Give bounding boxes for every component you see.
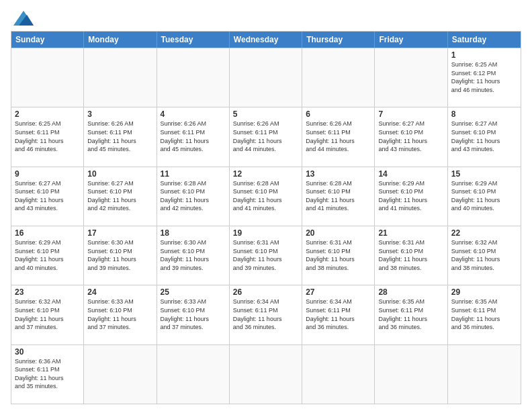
day-info: Sunrise: 6:26 AM Sunset: 6:11 PM Dayligh… (87, 120, 152, 153)
day-cell: 9Sunrise: 6:27 AM Sunset: 6:10 PM Daylig… (11, 167, 84, 226)
weeks: 1Sunrise: 6:25 AM Sunset: 6:12 PM Daylig… (11, 48, 521, 404)
day-info: Sunrise: 6:27 AM Sunset: 6:10 PM Dayligh… (87, 179, 152, 213)
day-number: 23 (15, 287, 80, 297)
day-number: 16 (15, 228, 80, 238)
day-info: Sunrise: 6:31 AM Sunset: 6:10 PM Dayligh… (233, 238, 298, 272)
day-info: Sunrise: 6:32 AM Sunset: 6:10 PM Dayligh… (451, 238, 517, 272)
day-cell: 28Sunrise: 6:35 AM Sunset: 6:11 PM Dayli… (375, 285, 447, 344)
day-number: 19 (233, 228, 298, 238)
week-row: 1Sunrise: 6:25 AM Sunset: 6:12 PM Daylig… (11, 48, 521, 107)
day-cell: 3Sunrise: 6:26 AM Sunset: 6:11 PM Daylig… (84, 107, 157, 166)
day-number: 20 (306, 228, 371, 238)
day-headers: SundayMondayTuesdayWednesdayThursdayFrid… (11, 32, 521, 48)
day-info: Sunrise: 6:31 AM Sunset: 6:10 PM Dayligh… (306, 238, 371, 272)
day-info: Sunrise: 6:30 AM Sunset: 6:10 PM Dayligh… (161, 238, 226, 272)
week-row: 23Sunrise: 6:32 AM Sunset: 6:10 PM Dayli… (11, 285, 521, 344)
day-number: 22 (451, 228, 517, 238)
day-cell: 8Sunrise: 6:27 AM Sunset: 6:10 PM Daylig… (448, 107, 521, 166)
day-info: Sunrise: 6:26 AM Sunset: 6:11 PM Dayligh… (233, 120, 298, 153)
day-info: Sunrise: 6:29 AM Sunset: 6:10 PM Dayligh… (378, 179, 443, 213)
day-info: Sunrise: 6:34 AM Sunset: 6:11 PM Dayligh… (233, 298, 298, 331)
day-header: Sunday (11, 32, 84, 48)
day-info: Sunrise: 6:34 AM Sunset: 6:11 PM Dayligh… (306, 298, 371, 331)
day-cell (84, 345, 157, 404)
day-number: 3 (87, 109, 152, 119)
day-header: Thursday (302, 32, 375, 48)
day-number: 15 (451, 169, 517, 179)
day-info: Sunrise: 6:31 AM Sunset: 6:10 PM Dayligh… (378, 238, 443, 272)
day-number: 2 (15, 109, 80, 119)
day-number: 25 (161, 287, 226, 297)
day-number: 26 (233, 287, 298, 297)
day-cell: 10Sunrise: 6:27 AM Sunset: 6:10 PM Dayli… (84, 167, 157, 226)
day-cell: 4Sunrise: 6:26 AM Sunset: 6:11 PM Daylig… (157, 107, 230, 166)
day-number: 14 (378, 169, 443, 179)
day-cell: 18Sunrise: 6:30 AM Sunset: 6:10 PM Dayli… (157, 226, 230, 285)
week-row: 30Sunrise: 6:36 AM Sunset: 6:11 PM Dayli… (11, 345, 521, 404)
day-number: 5 (233, 109, 298, 119)
day-cell: 17Sunrise: 6:30 AM Sunset: 6:10 PM Dayli… (84, 226, 157, 285)
page: SundayMondayTuesdayWednesdayThursdayFrid… (0, 0, 532, 411)
day-number: 24 (87, 287, 152, 297)
day-number: 13 (306, 169, 371, 179)
day-cell: 2Sunrise: 6:25 AM Sunset: 6:11 PM Daylig… (11, 107, 84, 166)
day-cell: 20Sunrise: 6:31 AM Sunset: 6:10 PM Dayli… (302, 226, 375, 285)
day-header: Wednesday (230, 32, 302, 48)
day-number: 1 (451, 50, 517, 60)
day-cell: 29Sunrise: 6:35 AM Sunset: 6:11 PM Dayli… (448, 285, 521, 344)
day-cell: 7Sunrise: 6:27 AM Sunset: 6:10 PM Daylig… (375, 107, 447, 166)
day-header: Saturday (448, 32, 521, 48)
day-number: 10 (87, 169, 152, 179)
day-cell: 11Sunrise: 6:28 AM Sunset: 6:10 PM Dayli… (157, 167, 230, 226)
day-cell (375, 48, 447, 107)
day-number: 29 (451, 287, 517, 297)
day-cell (11, 48, 84, 107)
day-cell (84, 48, 157, 107)
day-cell: 26Sunrise: 6:34 AM Sunset: 6:11 PM Dayli… (230, 285, 302, 344)
week-row: 2Sunrise: 6:25 AM Sunset: 6:11 PM Daylig… (11, 107, 521, 166)
day-info: Sunrise: 6:27 AM Sunset: 6:10 PM Dayligh… (451, 120, 517, 153)
day-info: Sunrise: 6:32 AM Sunset: 6:10 PM Dayligh… (15, 298, 80, 331)
day-cell: 6Sunrise: 6:26 AM Sunset: 6:11 PM Daylig… (302, 107, 375, 166)
day-cell (230, 345, 302, 404)
day-cell: 23Sunrise: 6:32 AM Sunset: 6:10 PM Dayli… (11, 285, 84, 344)
day-info: Sunrise: 6:28 AM Sunset: 6:10 PM Dayligh… (233, 179, 298, 213)
day-number: 7 (378, 109, 443, 119)
day-number: 8 (451, 109, 517, 119)
day-info: Sunrise: 6:28 AM Sunset: 6:10 PM Dayligh… (306, 179, 371, 213)
day-cell: 14Sunrise: 6:29 AM Sunset: 6:10 PM Dayli… (375, 167, 447, 226)
week-row: 9Sunrise: 6:27 AM Sunset: 6:10 PM Daylig… (11, 167, 521, 226)
day-info: Sunrise: 6:30 AM Sunset: 6:10 PM Dayligh… (87, 238, 152, 272)
day-number: 17 (87, 228, 152, 238)
day-number: 21 (378, 228, 443, 238)
day-cell: 5Sunrise: 6:26 AM Sunset: 6:11 PM Daylig… (230, 107, 302, 166)
day-number: 11 (161, 169, 226, 179)
day-number: 4 (161, 109, 226, 119)
day-cell (157, 48, 230, 107)
day-number: 6 (306, 109, 371, 119)
day-header: Friday (375, 32, 447, 48)
day-header: Tuesday (157, 32, 230, 48)
day-cell (302, 48, 375, 107)
day-info: Sunrise: 6:27 AM Sunset: 6:10 PM Dayligh… (378, 120, 443, 153)
day-cell: 27Sunrise: 6:34 AM Sunset: 6:11 PM Dayli… (302, 285, 375, 344)
day-info: Sunrise: 6:36 AM Sunset: 6:11 PM Dayligh… (15, 357, 80, 391)
week-row: 16Sunrise: 6:29 AM Sunset: 6:10 PM Dayli… (11, 226, 521, 285)
day-cell: 21Sunrise: 6:31 AM Sunset: 6:10 PM Dayli… (375, 226, 447, 285)
header (11, 11, 521, 26)
day-cell: 13Sunrise: 6:28 AM Sunset: 6:10 PM Dayli… (302, 167, 375, 226)
day-cell: 19Sunrise: 6:31 AM Sunset: 6:10 PM Dayli… (230, 226, 302, 285)
day-info: Sunrise: 6:35 AM Sunset: 6:11 PM Dayligh… (378, 298, 443, 331)
day-info: Sunrise: 6:25 AM Sunset: 6:12 PM Dayligh… (451, 60, 517, 94)
day-number: 18 (161, 228, 226, 238)
logo-icon (13, 11, 34, 26)
day-number: 27 (306, 287, 371, 297)
day-cell: 16Sunrise: 6:29 AM Sunset: 6:10 PM Dayli… (11, 226, 84, 285)
day-number: 12 (233, 169, 298, 179)
day-number: 30 (15, 347, 80, 357)
day-info: Sunrise: 6:28 AM Sunset: 6:10 PM Dayligh… (161, 179, 226, 213)
day-cell: 15Sunrise: 6:29 AM Sunset: 6:10 PM Dayli… (448, 167, 521, 226)
day-cell: 25Sunrise: 6:33 AM Sunset: 6:10 PM Dayli… (157, 285, 230, 344)
day-cell (448, 345, 521, 404)
day-cell: 22Sunrise: 6:32 AM Sunset: 6:10 PM Dayli… (448, 226, 521, 285)
